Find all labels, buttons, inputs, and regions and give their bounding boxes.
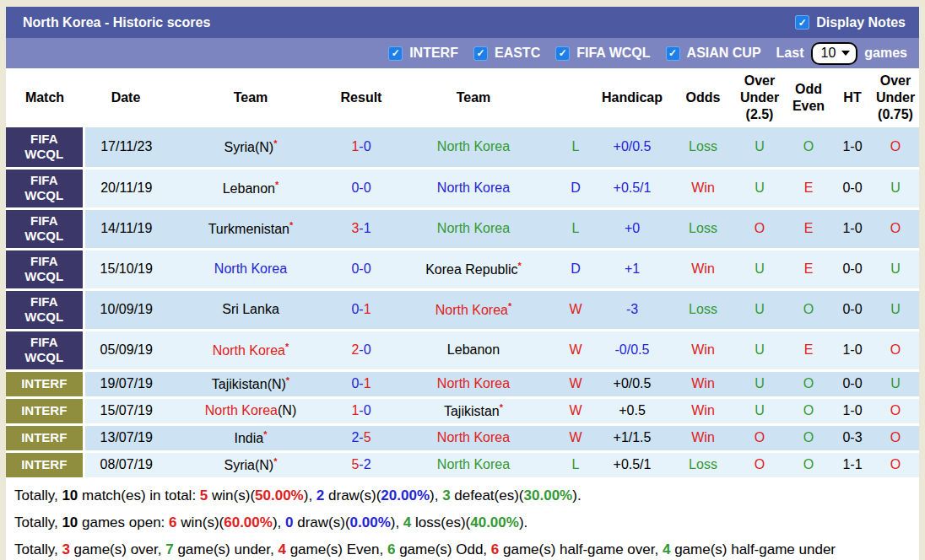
filter-interf[interactable]: ✓INTERF <box>388 46 458 61</box>
summary-segment: match(es) in total: <box>78 487 200 503</box>
team-name: Turkmenistan <box>208 222 289 236</box>
team-name: North Korea <box>205 403 278 417</box>
display-notes-checkbox-icon[interactable]: ✓ <box>795 15 809 30</box>
away-team-cell: North Korea <box>389 208 558 249</box>
home-score: 0 <box>351 302 359 316</box>
league-cell: INTERF <box>6 451 84 478</box>
checkbox-fifa-wcql[interactable]: ✓ <box>555 46 570 61</box>
summary-segment: ), <box>304 487 316 503</box>
summary-line-2: Totally, 10 games open: 6 win(s)(60.00%)… <box>14 514 917 531</box>
over-under-25-cell: O <box>735 208 784 249</box>
last-games-control: Last 10 games <box>776 42 907 65</box>
checkbox-interf[interactable]: ✓ <box>388 46 403 61</box>
summary-segment: games open: <box>78 514 169 530</box>
team-name: North Korea <box>437 457 510 471</box>
historic-scores-panel: North Korea - Historic scores ✓ Display … <box>6 7 919 560</box>
team-name: North Korea <box>437 180 510 195</box>
home-team-cell: North Korea(N) <box>168 397 333 424</box>
wdl-cell: L <box>558 127 593 168</box>
header-row: Match Date Team Result Team Handicap Odd… <box>6 68 919 127</box>
col-header-handicap: Handicap <box>593 68 671 127</box>
summary-section: Totally, 10 match(es) in total: 5 win(s)… <box>6 480 919 560</box>
table-row: FIFA WCQL15/10/19North Korea0-0Korea Rep… <box>6 249 919 289</box>
team-name: North Korea <box>437 221 510 235</box>
table-row: INTERF13/07/19India*2-5North KoreaW+1/1.… <box>6 424 919 451</box>
summary-segment: defeat(es)( <box>451 487 524 503</box>
table-row: INTERF19/07/19Tajikistan(N)*0-1North Kor… <box>6 370 919 397</box>
summary-segment: loss(es)( <box>411 514 470 530</box>
summary-segment: 60.00% <box>224 514 273 530</box>
wdl-cell: D <box>558 168 593 208</box>
away-team-cell: North Korea <box>389 451 558 478</box>
summary-segment: game(s) half-game over, <box>499 541 663 557</box>
home-score: 5 <box>351 457 359 471</box>
wdl-cell: W <box>558 397 593 424</box>
team-name: Syria(N) <box>224 140 274 154</box>
col-header-match: Match <box>6 68 84 127</box>
team-name: Sri Lanka <box>222 302 279 316</box>
team-name: Lebanon <box>223 181 275 196</box>
wdl-cell: L <box>558 451 593 478</box>
odd-even-cell: O <box>784 127 833 168</box>
summary-segment: 10 <box>62 514 78 530</box>
team-name: Tajikistan <box>444 404 500 418</box>
games-label: games <box>864 46 907 61</box>
league-cell: FIFA WCQL <box>6 289 84 330</box>
ht-cell: 1-1 <box>833 451 872 478</box>
summary-segment: ), <box>391 514 403 530</box>
over-under-25-cell: U <box>735 127 784 168</box>
filter-label-fifa-wcql: FIFA WCQL <box>576 46 650 61</box>
col-header-away-team: Team <box>389 68 558 127</box>
home-team-cell: India* <box>168 424 333 451</box>
star-marker: * <box>273 456 277 466</box>
home-team-cell: Turkmenistan* <box>168 208 333 249</box>
score-cell: 0-1 <box>333 370 389 397</box>
odds-cell: Loss <box>671 208 735 249</box>
summary-segment: 2 <box>316 487 324 503</box>
odds-cell: Loss <box>671 451 735 478</box>
over-under-075-cell: O <box>872 451 919 478</box>
date-cell: 15/10/19 <box>84 249 168 289</box>
odds-cell: Win <box>671 424 735 451</box>
ht-cell: 1-0 <box>833 397 872 424</box>
team-name: India <box>235 431 264 445</box>
col-header-date: Date <box>84 68 168 127</box>
away-score: 0 <box>364 180 371 195</box>
summary-segment: Totally, <box>14 514 62 530</box>
filter-fifa-wcql[interactable]: ✓FIFA WCQL <box>555 46 650 61</box>
odd-even-cell: E <box>784 330 833 370</box>
col-header-odd-even: Odd Even <box>784 68 833 127</box>
home-score: 0 <box>351 376 359 390</box>
handicap-cell: -0/0.5 <box>593 330 671 370</box>
over-under-075-cell: U <box>872 249 919 289</box>
summary-segment: 10 <box>62 487 78 503</box>
odds-cell: Win <box>671 168 735 208</box>
home-team-cell: Lebanon* <box>168 168 333 208</box>
filter-eastc[interactable]: ✓EASTC <box>473 46 540 61</box>
handicap-cell: +0 <box>593 208 671 249</box>
summary-line-3: Totally, 3 game(s) over, 7 game(s) under… <box>14 541 917 558</box>
display-notes-toggle[interactable]: ✓ Display Notes <box>795 15 906 30</box>
chevron-down-icon <box>841 51 850 56</box>
team-name: Syria(N) <box>224 458 274 472</box>
date-cell: 08/07/19 <box>84 451 168 478</box>
table-row: FIFA WCQL14/11/19Turkmenistan*3-1North K… <box>6 208 919 249</box>
handicap-cell: -3 <box>593 289 671 330</box>
team-name: North Korea <box>437 139 510 153</box>
summary-segment: win(s)( <box>208 487 255 503</box>
team-name: North Korea <box>214 261 287 276</box>
table-row: FIFA WCQL20/11/19Lebanon*0-0North KoreaD… <box>6 168 919 208</box>
summary-segment: win(s)( <box>177 514 224 530</box>
summary-segment: 0.00% <box>350 514 391 530</box>
away-score: 0 <box>364 261 371 276</box>
checkbox-eastc[interactable]: ✓ <box>473 46 488 61</box>
col-header-wdl <box>558 68 593 127</box>
date-cell: 10/09/19 <box>84 289 168 330</box>
last-games-select[interactable]: 10 <box>811 42 858 65</box>
odd-even-cell: E <box>784 168 833 208</box>
filter-asian-cup[interactable]: ✓ASIAN CUP <box>666 46 761 61</box>
date-cell: 14/11/19 <box>84 208 168 249</box>
checkbox-asian-cup[interactable]: ✓ <box>666 46 680 61</box>
summary-segment: 6 <box>387 541 395 557</box>
star-marker: * <box>275 180 279 190</box>
